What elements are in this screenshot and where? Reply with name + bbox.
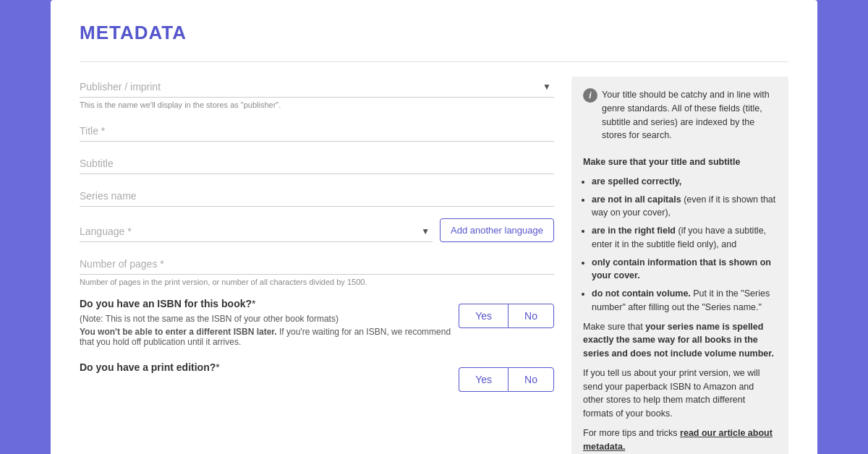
language-row: ▼ Add another language [80, 218, 554, 242]
print-yes-no: Yes No [459, 367, 554, 392]
isbn-no-button[interactable]: No [508, 304, 554, 328]
title-field [80, 121, 554, 142]
right-panel: i Your title should be catchy and in lin… [571, 77, 788, 454]
series-input[interactable] [80, 186, 554, 206]
pages-field: Number of pages in the print version, or… [80, 254, 554, 286]
language-dropdown-arrow[interactable]: ▼ [421, 226, 433, 236]
print-question: Do you have a print edition?* [80, 361, 459, 373]
isbn-note: (Note: This is not the same as the ISBN … [80, 314, 459, 324]
language-input-wrapper[interactable]: ▼ [80, 221, 433, 242]
print-left: Do you have a print edition?* [80, 361, 459, 377]
info-icon: i [583, 88, 597, 103]
publisher-input-wrapper[interactable]: ▼ [80, 77, 554, 98]
page-title: METADATA [80, 22, 788, 44]
tips-list: are spelled correctly, are not in all ca… [592, 175, 777, 314]
pages-input[interactable] [80, 254, 554, 274]
main-content: ▼ This is the name we'll display in the … [80, 77, 788, 454]
print-no-button[interactable]: No [508, 367, 554, 392]
isbn-question: Do you have an ISBN for this book?* [80, 298, 459, 309]
isbn-sidebar-note: If you tell us about your print version,… [583, 367, 777, 421]
isbn-yes-no: Yes No [459, 304, 554, 328]
tip-volume: do not contain volume. Put it in the "Se… [592, 287, 777, 314]
title-input[interactable] [80, 121, 554, 141]
language-input[interactable] [80, 221, 421, 241]
publisher-hint: This is the name we'll display in the st… [80, 100, 554, 109]
subtitle-input-wrapper[interactable] [80, 153, 554, 174]
tip-spelled: are spelled correctly, [592, 175, 777, 189]
title-divider [80, 61, 788, 62]
tip-right-field: are in the right field (if you have a su… [592, 224, 777, 252]
subtitle-field [80, 153, 554, 174]
left-panel: ▼ This is the name we'll display in the … [80, 77, 554, 454]
make-sure-text: Make sure that your title and subtitle [583, 155, 777, 169]
series-input-wrapper[interactable] [80, 186, 554, 207]
pages-hint: Number of pages in the print version, or… [80, 278, 554, 286]
isbn-yes-button[interactable]: Yes [459, 304, 508, 328]
isbn-left: Do you have an ISBN for this book?* (Not… [80, 298, 459, 350]
series-note: Make sure that your series name is spell… [583, 320, 777, 361]
intro-text: Your title should be catchy and in line … [602, 88, 777, 142]
subtitle-input[interactable] [80, 153, 554, 174]
add-language-button[interactable]: Add another language [440, 218, 554, 242]
article-link-text: For more tips and tricks read our articl… [583, 427, 777, 454]
publisher-input[interactable] [80, 77, 542, 97]
print-yes-button[interactable]: Yes [459, 367, 508, 392]
print-section: Do you have a print edition?* Yes No [80, 361, 554, 392]
isbn-section: Do you have an ISBN for this book?* (Not… [80, 298, 554, 350]
publisher-dropdown-arrow[interactable]: ▼ [542, 82, 554, 92]
series-field [80, 186, 554, 207]
pages-input-wrapper[interactable] [80, 254, 554, 275]
isbn-warning: You won't be able to enter a different I… [80, 327, 459, 347]
publisher-field: ▼ This is the name we'll display in the … [80, 77, 554, 109]
info-header: i Your title should be catchy and in lin… [583, 88, 777, 148]
tip-cover-info: only contain information that is shown o… [592, 256, 777, 283]
main-container: METADATA ▼ This is the name we'll displa… [51, 0, 817, 454]
language-field: ▼ [80, 221, 433, 242]
tip-capitals: are not in all capitals (even if it is s… [592, 193, 777, 220]
title-input-wrapper[interactable] [80, 121, 554, 142]
